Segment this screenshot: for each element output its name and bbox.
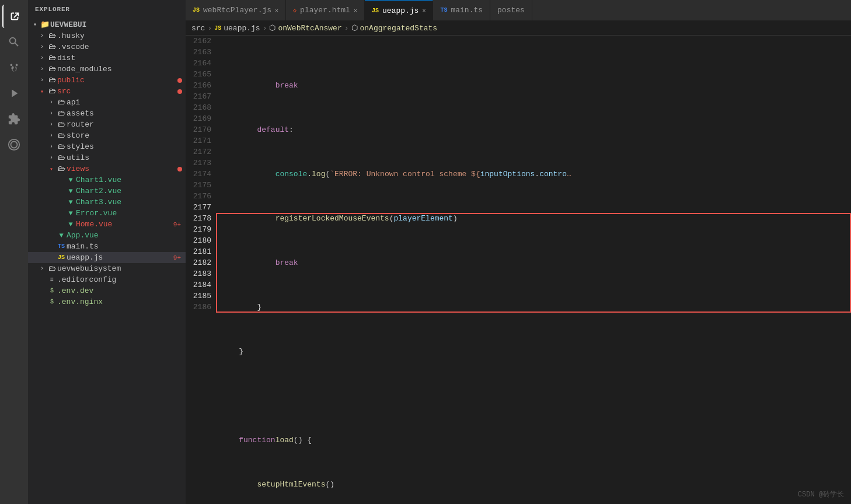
extensions-icon[interactable] — [2, 107, 26, 131]
code-line-2168: } — [221, 346, 851, 357]
code-line-2165: registerLockedMouseEvents(playerElement) — [221, 213, 851, 224]
tree-item-ueappjs[interactable]: JS ueapp.js 9+ — [28, 252, 186, 263]
tabs-bar: JS webRtcPlayer.js ✕ ◇ player.html ✕ JS … — [186, 0, 851, 21]
tree-item-chart3[interactable]: ▼ Chart3.vue — [28, 197, 186, 208]
tab-postes-label: postes — [497, 6, 525, 15]
code-line-2167: } — [221, 302, 851, 313]
tree-item-styles[interactable]: › 🗁 styles — [28, 141, 186, 152]
tree-item-assets[interactable]: › 🗁 assets — [28, 108, 186, 119]
tree-item-src[interactable]: ▾ 🗁 src — [28, 86, 186, 97]
editor-area: JS webRtcPlayer.js ✕ ◇ player.html ✕ JS … — [186, 0, 851, 504]
tab-webrtcplayer[interactable]: JS webRtcPlayer.js ✕ — [186, 0, 286, 20]
tree-item-envnginx[interactable]: $ .env.nginx — [28, 296, 186, 307]
tree-item-vscode[interactable]: › 🗁 .vscode — [28, 41, 186, 52]
bc-sep1: › — [207, 24, 212, 33]
tab-ueapp-label: ueapp.js — [382, 6, 418, 15]
bc-src: src — [191, 24, 205, 33]
tab-maints[interactable]: TS main.ts — [433, 0, 490, 20]
tree-item-editorconfig[interactable]: ≡ .editorconfig — [28, 274, 186, 285]
tab-webrtcplayer-close[interactable]: ✕ — [275, 7, 278, 14]
tree-item-dist[interactable]: › 🗁 dist — [28, 52, 186, 64]
tab-playerhtml[interactable]: ◇ player.html ✕ — [286, 0, 365, 20]
code-line-2169 — [221, 390, 851, 401]
tab-ueapp[interactable]: JS ueapp.js ✕ — [365, 0, 433, 20]
tree-item-appvue[interactable]: ▼ App.vue — [28, 230, 186, 241]
file-tree: ▾ 📁 UEVWEBUI › 🗁 .husky › 🗁 .vscode › 🗁 … — [28, 19, 186, 504]
tree-item-uevwebuisystem[interactable]: › 🗁 uevwebuisystem — [28, 263, 186, 274]
bc-obj-icon: ⬡ — [269, 23, 275, 33]
tab-ueapp-js-icon: JS — [372, 8, 379, 14]
bc-js-icon: JS — [214, 25, 221, 32]
tree-item-error[interactable]: ▼ Error.vue — [28, 208, 186, 219]
code-lines: break default: console.log(`ERROR: Unkno… — [216, 36, 851, 504]
run-icon[interactable] — [2, 82, 26, 105]
tree-item-public[interactable]: › 🗁 public — [28, 75, 186, 86]
tab-maints-ts-icon: TS — [440, 7, 447, 13]
sidebar: EXPLORER ▾ 📁 UEVWEBUI › 🗁 .husky › 🗁 .vs… — [28, 0, 186, 504]
tree-root[interactable]: ▾ 📁 UEVWEBUI — [28, 19, 186, 30]
tree-item-maints[interactable]: TS main.ts — [28, 241, 186, 252]
bc-onaggregatedstats: onAggregatedStats — [360, 24, 438, 33]
bc-obj-icon2: ⬡ — [351, 23, 358, 33]
bc-sep2: › — [263, 24, 267, 33]
activity-bar — [0, 0, 28, 504]
tab-playerhtml-close[interactable]: ✕ — [354, 7, 357, 14]
tree-item-node-modules[interactable]: › 🗁 node_modules — [28, 64, 186, 75]
line-numbers: 2162 2163 2164 2165 2166 2167 2168 2169 … — [186, 36, 216, 504]
tree-item-home[interactable]: ▼ Home.vue 9+ — [28, 219, 186, 230]
tab-postes[interactable]: postes — [490, 0, 532, 20]
remote-icon[interactable] — [2, 133, 26, 156]
source-control-icon[interactable] — [2, 56, 26, 79]
code-editor[interactable]: 2162 2163 2164 2165 2166 2167 2168 2169 … — [186, 36, 851, 504]
breadcrumb: src › JS ueapp.js › ⬡ onWebRtcAnswer › ⬡… — [186, 21, 851, 36]
js-icon: JS — [193, 7, 200, 13]
tree-item-store[interactable]: › 🗁 store — [28, 130, 186, 141]
tab-ueapp-close[interactable]: ✕ — [422, 7, 426, 14]
tree-item-router[interactable]: › 🗁 router — [28, 119, 186, 130]
tree-item-envdev[interactable]: $ .env.dev — [28, 285, 186, 296]
tree-item-utils[interactable]: › 🗁 utils — [28, 152, 186, 163]
sidebar-header: EXPLORER — [28, 0, 186, 19]
code-line-2164: console.log(`ERROR: Unknown control sche… — [221, 169, 851, 180]
code-line-2171: setupHtmlEvents() — [221, 479, 851, 490]
html-icon: ◇ — [293, 7, 297, 14]
tree-item-chart2[interactable]: ▼ Chart2.vue — [28, 186, 186, 197]
bc-ueappjs: ueapp.js — [224, 24, 260, 33]
tree-item-views[interactable]: ▾ 🗁 views — [28, 163, 186, 174]
tab-maints-label: main.ts — [451, 6, 483, 15]
tab-playerhtml-label: player.html — [300, 6, 350, 15]
search-icon[interactable] — [2, 30, 26, 54]
explorer-icon[interactable] — [2, 5, 26, 28]
code-line-2170: function load() { — [221, 435, 851, 446]
bc-onwebrtcanswer: onWebRtcAnswer — [278, 24, 341, 33]
tree-item-husky[interactable]: › 🗁 .husky — [28, 30, 186, 41]
code-line-2166: break — [221, 257, 851, 268]
code-line-2162: break — [221, 80, 851, 91]
tree-item-chart1[interactable]: ▼ Chart1.vue — [28, 174, 186, 186]
tree-item-api[interactable]: › 🗁 api — [28, 97, 186, 108]
tab-webrtcplayer-label: webRtcPlayer.js — [203, 6, 271, 15]
code-line-2163: default: — [221, 124, 851, 135]
bc-sep3: › — [344, 24, 349, 33]
